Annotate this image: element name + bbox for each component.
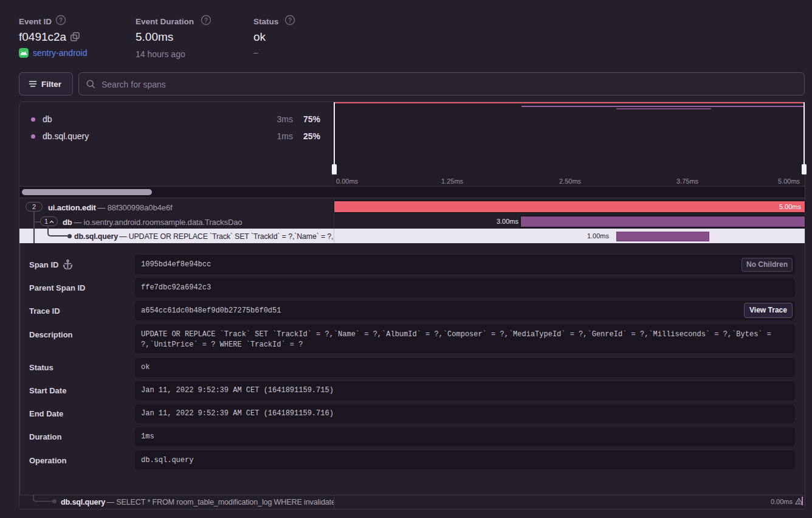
svg-text:?: ? bbox=[288, 17, 292, 24]
svg-text:?: ? bbox=[59, 17, 63, 24]
svg-text:?: ? bbox=[204, 17, 208, 24]
